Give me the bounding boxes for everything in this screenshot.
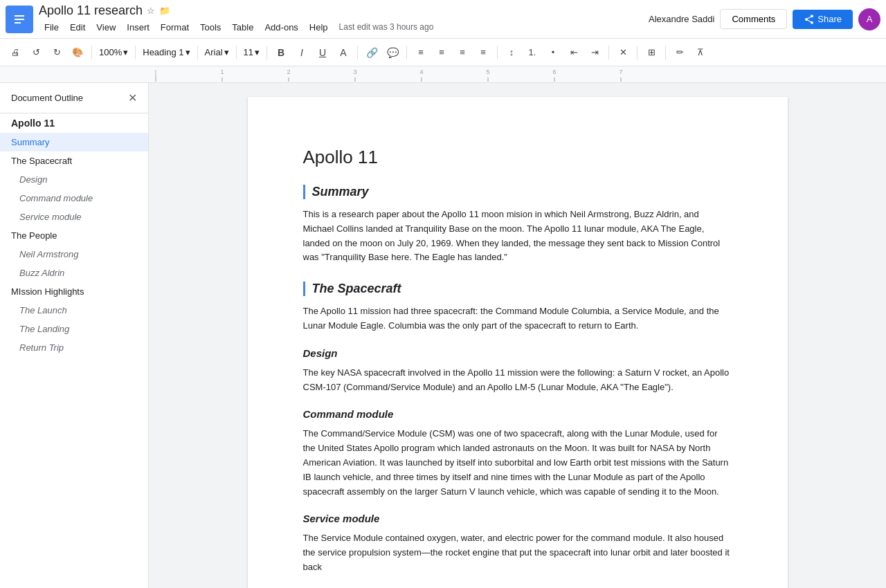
menu-help[interactable]: Help [304,19,334,35]
document-area: Apollo 11 Summary This is a research pap… [149,83,886,588]
outline-item-people[interactable]: The People [0,226,148,245]
section-heading-spacecraft: The Spacecraft [303,282,732,296]
outline-item-neil-armstrong[interactable]: Neil Armstrong [0,245,148,264]
menu-edit[interactable]: Edit [64,19,91,35]
clear-formatting-button[interactable]: ✕ [613,43,633,62]
text-color-button[interactable]: A [334,43,353,62]
document-title[interactable]: Apollo 11 research [39,3,143,18]
last-edit: Last edit was 3 hours ago [339,22,434,32]
doc-title-area: Apollo 11 research ☆ 📁 File Edit View In… [39,3,649,35]
link-button[interactable]: 🔗 [362,43,381,62]
outline-item-buzz-aldrin[interactable]: Buzz Aldrin [0,264,148,282]
toolbar: 🖨 ↺ ↻ 🎨 100% ▾ Heading 1 ▾ Arial ▾ 11 ▾ … [0,39,886,66]
divider-1 [91,46,92,59]
style-select-wrap[interactable]: Heading 1 ▾ [140,43,192,62]
outline-item-launch[interactable]: The Launch [0,301,148,320]
zoom-chevron: ▾ [123,47,128,57]
divider-7 [406,46,407,59]
line-spacing-button[interactable]: ↕ [502,43,521,62]
zoom-value: 100% [99,47,122,57]
font-select-wrap[interactable]: Arial ▾ [202,43,232,62]
divider-3 [197,46,198,59]
align-left-button[interactable]: ≡ [411,43,431,62]
italic-button[interactable]: I [292,43,311,62]
collapse-button[interactable]: ⊼ [691,43,710,62]
sidebar-close-button[interactable]: ✕ [128,91,137,104]
zoom-select-wrap[interactable]: 100% ▾ [96,43,131,62]
divider-8 [497,46,498,59]
share-button[interactable]: Share [793,10,853,29]
menu-file[interactable]: File [39,19,64,35]
section-heading-service-module: Service module [303,513,732,524]
sidebar-header: Document Outline ✕ [0,83,148,113]
user-name: Alexandre Saddi [649,14,714,24]
font-value: Arial [205,47,223,57]
user-avatar: A [858,8,880,30]
size-select-wrap[interactable]: 11 ▾ [241,43,262,62]
print-button[interactable]: 🖨 [6,43,25,62]
align-right-button[interactable]: ≡ [453,43,472,62]
svg-rect-2 [15,19,24,20]
underline-button[interactable]: U [313,43,332,62]
style-value: Heading 1 [143,47,183,57]
table-button[interactable]: ⊞ [642,43,661,62]
section-content-spacecraft: The Apollo 11 mission had three spacecra… [303,304,732,333]
redo-button[interactable]: ↻ [47,43,66,62]
menu-view[interactable]: View [91,19,121,35]
section-content-service-module: The Service Module contained oxygen, wat… [303,531,732,574]
size-value: 11 [244,47,253,57]
paint-format-button[interactable]: 🎨 [68,43,87,62]
svg-text:7: 7 [619,68,622,75]
undo-button[interactable]: ↺ [26,43,46,62]
ruler-content: | 1 2 3 4 5 6 7 [156,68,886,82]
outline-item-design[interactable]: Design [0,170,148,189]
menu-insert[interactable]: Insert [121,19,155,35]
menu-table[interactable]: Table [226,19,259,35]
outline-item-mission-highlights[interactable]: MIssion Highlights [0,282,148,301]
document-page: Apollo 11 Summary This is a research pap… [248,97,788,588]
section-content-summary: This is a research paper about the Apoll… [303,208,732,265]
comments-button[interactable]: Comments [720,9,787,29]
section-content-design: The key NASA spacecraft involved in the … [303,366,732,395]
comment-button[interactable]: 💬 [383,43,402,62]
svg-text:6: 6 [552,68,556,75]
star-icon[interactable]: ☆ [147,6,155,16]
divider-5 [266,46,267,59]
top-bar: Apollo 11 research ☆ 📁 File Edit View In… [0,0,886,39]
outline-item-service-module[interactable]: Service module [0,208,148,226]
divider-10 [637,46,638,59]
divider-4 [236,46,237,59]
outline-item-return-trip[interactable]: Return Trip [0,338,148,357]
section-heading-summary: Summary [303,185,732,199]
size-chevron: ▾ [255,47,260,57]
numbered-list-button[interactable]: 1. [523,43,542,62]
svg-text:5: 5 [486,68,489,75]
menu-tools[interactable]: Tools [195,19,226,35]
bulleted-list-button[interactable]: • [543,43,563,62]
outline-item-apollo11[interactable]: Apollo 11 [0,113,148,133]
svg-text:1: 1 [220,68,224,75]
share-label: Share [817,14,842,24]
justify-button[interactable]: ≡ [473,43,493,62]
bold-button[interactable]: B [271,43,291,62]
outline-item-spacecraft[interactable]: The Spacecraft [0,151,148,170]
folder-icon[interactable]: 📁 [159,6,170,16]
divider-11 [665,46,666,59]
document-outline-sidebar: Document Outline ✕ Apollo 11 Summary The… [0,83,149,588]
svg-rect-1 [15,15,24,17]
divider-6 [357,46,358,59]
top-right: Alexandre Saddi Comments Share A [649,8,880,30]
ruler: | 1 2 3 4 5 6 7 [0,66,886,83]
increase-indent-button[interactable]: ⇥ [585,43,604,62]
outline-item-summary[interactable]: Summary [0,133,148,151]
outline-item-command-module[interactable]: Command module [0,189,148,208]
align-center-button[interactable]: ≡ [432,43,451,62]
edit-mode-button[interactable]: ✏ [670,43,689,62]
menu-addons[interactable]: Add-ons [259,19,303,35]
app-icon [6,6,33,33]
decrease-indent-button[interactable]: ⇤ [564,43,584,62]
menu-format[interactable]: Format [155,19,195,35]
outline-item-landing[interactable]: The Landing [0,320,148,338]
svg-text:2: 2 [287,68,290,75]
document-main-title: Apollo 11 [303,147,732,168]
